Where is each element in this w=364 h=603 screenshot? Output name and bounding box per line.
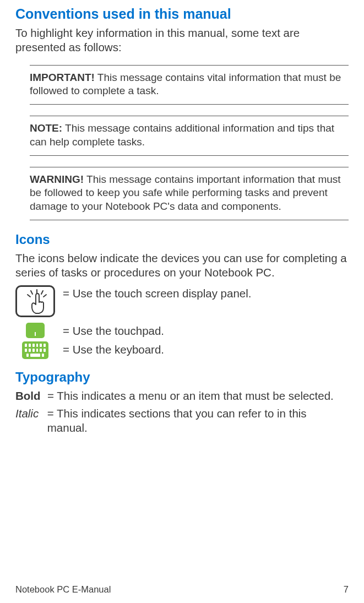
callout-important-lead: IMPORTANT! [30, 72, 95, 83]
typography-desc-italic: = This indicates sections that you can r… [47, 406, 349, 434]
icon-col [15, 285, 55, 317]
icon-desc-touchscreen: = Use the touch screen display panel. [63, 285, 251, 301]
typography-desc-bold: = This indicates a menu or an item that … [47, 389, 334, 403]
icon-row-keyboard: = Use the keyboard. [15, 341, 349, 359]
typography-row-italic: Italic = This indicates sections that yo… [15, 406, 349, 434]
heading-conventions: Conventions used in this manual [15, 6, 349, 23]
footer-page-number: 7 [344, 584, 349, 595]
icon-row-touchpad: = Use the touchpad. [15, 323, 349, 338]
callout-warning: WARNING! This message contains important… [30, 167, 349, 220]
callout-note-body: This message contains additional informa… [30, 122, 334, 147]
icon-desc-touchpad: = Use the touchpad. [63, 323, 164, 338]
callout-warning-lead: WARNING! [30, 173, 84, 185]
footer-title: Notebook PC E-Manual [15, 584, 111, 595]
callout-note-lead: NOTE: [30, 122, 62, 134]
touchscreen-icon [15, 285, 55, 317]
intro-conventions: To highlight key information in this man… [15, 26, 349, 55]
callout-important: IMPORTANT! This message contains vital i… [30, 65, 349, 105]
callouts-block: IMPORTANT! This message contains vital i… [15, 65, 349, 220]
icon-col [15, 323, 55, 338]
typography-row-bold: Bold = This indicates a menu or an item … [15, 389, 349, 403]
touchpad-icon [26, 323, 45, 338]
footer: Notebook PC E-Manual 7 [15, 584, 349, 595]
typography-label-italic: Italic [15, 406, 42, 434]
icon-col [15, 341, 55, 359]
callout-note: NOTE: This message contains additional i… [30, 116, 349, 156]
heading-typography: Typography [15, 369, 349, 385]
intro-icons: The icons below indicate the devices you… [15, 251, 349, 280]
icon-desc-keyboard: = Use the keyboard. [63, 341, 164, 357]
heading-icons: Icons [15, 231, 349, 248]
touchscreen-hand-icon [30, 292, 45, 314]
keyboard-icon [22, 341, 48, 359]
typography-label-bold: Bold [15, 389, 42, 403]
icon-row-touchscreen: = Use the touch screen display panel. [15, 285, 349, 317]
